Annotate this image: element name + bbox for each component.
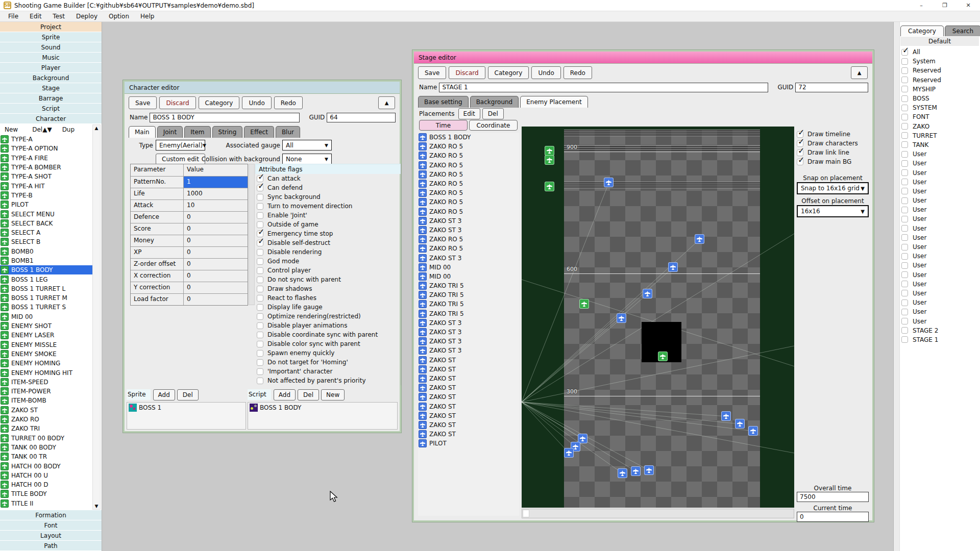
checkbox[interactable] [901,281,908,287]
character-list-item[interactable]: MID 00 [0,312,92,321]
enemy-marker-icon[interactable] [643,289,652,298]
category-item[interactable]: User [901,205,980,214]
placement-item[interactable]: ZAKO ST 3 [418,346,519,355]
enemy-marker-icon[interactable] [668,262,678,272]
checkbox[interactable] [901,309,908,315]
placement-item[interactable]: ZAKO RO 5 [418,188,519,197]
stage-category-button[interactable]: Category [488,66,529,79]
character-discard-button[interactable]: Discard [159,96,195,109]
character-list-item[interactable]: ZAKO RO [0,415,92,424]
enemy-marker-icon[interactable] [695,234,704,244]
list-tool-move-down[interactable]: ▼ [47,126,52,133]
list-tool-del[interactable]: Del [32,126,42,133]
stage-canvas[interactable]: 900600300 [522,127,794,508]
parameter-row[interactable]: Life1000 [131,188,248,199]
placement-item[interactable]: MID 00 [418,272,519,281]
list-tool-new[interactable]: New [5,126,18,133]
checkbox[interactable] [901,160,908,167]
attribute-flag[interactable]: Draw shadows [255,284,401,293]
friendly-marker-icon[interactable] [579,299,589,309]
draw-option[interactable]: ✓Draw timeline [796,130,870,139]
enemy-marker-icon[interactable] [748,426,758,436]
attribute-flag[interactable]: ✓Disable self-destruct [255,238,401,247]
character-name-input[interactable]: BOSS 1 BODY [150,113,300,122]
checkbox[interactable]: ✓ [901,49,908,56]
category-item[interactable]: User [901,270,980,280]
stage-tab-background[interactable]: Background [470,96,519,108]
checkbox[interactable] [901,216,908,222]
stage-save-button[interactable]: Save [418,66,446,79]
checkbox[interactable] [257,277,263,283]
script-add-button[interactable]: Add [274,389,296,400]
character-list-item[interactable]: TYPE-A BOMBER [0,163,92,172]
character-list-item[interactable]: TYPE-A OPTION [0,144,92,153]
category-item[interactable]: User [901,159,980,168]
placement-item[interactable]: ZAKO ST [418,383,519,392]
menu-file[interactable]: File [3,13,24,20]
checkbox[interactable] [257,203,263,210]
offset-dropdown[interactable]: 16x16▼ [797,205,869,217]
sprite-add-button[interactable]: Add [153,389,175,400]
collision-dropdown[interactable]: None▼ [282,154,332,164]
canvas-horizontal-scrollbar[interactable] [522,509,794,518]
character-list-item[interactable]: PILOT [0,200,92,209]
parameter-value[interactable]: 0 [184,270,248,282]
placement-item[interactable]: ZAKO ST 3 [418,337,519,346]
collapse-button[interactable]: ▲ [378,96,395,109]
gauge-dropdown[interactable]: All▼ [282,140,332,151]
placement-item[interactable]: ZAKO ST 3 [418,318,519,328]
category-item[interactable]: System [901,57,980,66]
parameter-table-scrollbar[interactable] [249,164,255,305]
character-list-item[interactable]: ENEMY HOMING HIT [0,368,92,377]
character-list-item[interactable]: ITEM-SPEED [0,378,92,387]
checkbox[interactable] [901,262,908,269]
menu-test[interactable]: Test [47,13,70,20]
checkbox[interactable] [257,194,263,201]
placement-item[interactable]: ZAKO RO 5 [418,244,519,253]
attribute-flag[interactable]: Disable coordinate sync with parent [255,330,401,339]
placements-edit-button[interactable]: Edit [458,108,480,119]
checkbox[interactable] [901,234,908,241]
attribute-flag[interactable]: Display life gauge [255,303,401,312]
attribute-flag[interactable]: God mode [255,257,401,266]
placement-item[interactable]: ZAKO RO 5 [418,207,519,216]
character-tab-string[interactable]: String [212,126,243,138]
stage-redo-button[interactable]: Redo [564,66,592,79]
friendly-marker-icon[interactable] [658,352,668,361]
sidebar-category-sound[interactable]: Sound [0,42,102,52]
placement-item[interactable]: ZAKO RO 5 [418,179,519,188]
character-list-item[interactable]: ENEMY SMOKE [0,349,92,359]
sidebar-button-formation[interactable]: Formation [0,510,102,520]
draw-option[interactable]: ✓Draw main BG [796,157,870,166]
character-list-item[interactable]: BOSS 1 BODY [0,265,92,274]
view-tab-coordinate[interactable]: Coordinate [469,120,518,131]
category-item[interactable]: Reserved [901,76,980,85]
character-editor-titlebar[interactable]: Character editor [125,82,400,94]
stage-name-input[interactable]: STAGE 1 [439,83,768,92]
attribute-flag[interactable]: Disable rendering [255,247,401,257]
category-item[interactable]: User [901,233,980,242]
placement-item[interactable]: ZAKO ST 3 [418,226,519,235]
parameter-value[interactable]: 0 [184,223,248,235]
character-undo-button[interactable]: Undo [242,96,271,109]
menu-edit[interactable]: Edit [24,13,47,20]
category-item[interactable]: User [901,316,980,325]
character-guid-input[interactable]: 64 [327,113,396,122]
list-tool-move-up[interactable]: ▲ [42,126,47,133]
view-tab-time[interactable]: Time [419,120,468,131]
attribute-flag[interactable]: Do not sync with parent [255,275,401,284]
checkbox[interactable] [257,267,263,274]
checkbox[interactable] [257,322,263,329]
checkbox[interactable] [901,67,908,74]
attribute-flag[interactable]: Disable color sync with parent [255,339,401,348]
character-list-item[interactable]: TYPE-A SHOT [0,172,92,181]
checkbox[interactable] [901,197,908,204]
placement-item[interactable]: ZAKO RO 5 [418,197,519,207]
parameter-value[interactable]: 0 [184,282,248,293]
sidebar-category-barrage[interactable]: Barrage [0,93,102,103]
script-item[interactable]: BOSS 1 BODY [248,403,397,413]
type-dropdown[interactable]: Enemy(Aerial)▼ [156,140,205,151]
maximize-button[interactable]: ❐ [933,0,957,11]
character-list-item[interactable]: TYPE-A FIRE [0,154,92,163]
sidebar-category-background[interactable]: Background [0,73,102,83]
